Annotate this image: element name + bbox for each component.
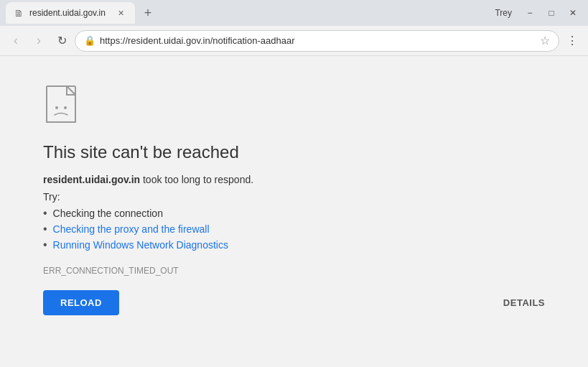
address-bar[interactable]: 🔒 https://resident.uidai.gov.in/notifica…: [75, 30, 559, 52]
try-label: Try:: [43, 191, 545, 203]
bookmark-star-icon[interactable]: ☆: [540, 34, 550, 47]
tab-page-icon: 🗎: [14, 8, 24, 19]
title-bar-left: 🗎 resident.uidai.gov.in ✕ +: [6, 2, 495, 24]
back-button[interactable]: ‹: [6, 31, 26, 51]
error-icon: [43, 85, 86, 128]
back-icon: ‹: [14, 33, 18, 48]
new-tab-button[interactable]: +: [138, 3, 158, 23]
suggestion-1: Checking the connection: [53, 208, 163, 219]
title-bar: 🗎 resident.uidai.gov.in ✕ + Trey − □ ✕: [0, 0, 588, 26]
error-code: ERR_CONNECTION_TIMED_OUT: [43, 266, 545, 276]
reload-button[interactable]: RELOAD: [43, 290, 119, 315]
suggestion-3-link[interactable]: Running Windows Network Diagnostics: [53, 239, 228, 251]
reload-nav-button[interactable]: ↻: [52, 31, 72, 51]
svg-point-2: [64, 106, 67, 109]
suggestion-2-link[interactable]: Checking the proxy and the firewall: [53, 223, 210, 235]
action-row: RELOAD DETAILS: [43, 290, 545, 315]
tab-close-button[interactable]: ✕: [115, 7, 126, 19]
menu-dots-icon: ⋮: [566, 34, 578, 47]
title-bar-right: Trey − □ ✕: [495, 4, 582, 22]
list-item: Checking the connection: [43, 207, 545, 220]
maximize-button[interactable]: □: [542, 4, 561, 22]
nav-bar: ‹ › ↻ 🔒 https://resident.uidai.gov.in/no…: [0, 26, 588, 56]
list-item: Checking the proxy and the firewall: [43, 223, 545, 236]
browser-menu-button[interactable]: ⋮: [562, 31, 582, 51]
user-name: Trey: [495, 8, 512, 18]
domain-name: resident.uidai.gov.in: [43, 174, 140, 185]
browser-tab[interactable]: 🗎 resident.uidai.gov.in ✕: [6, 2, 135, 24]
svg-point-1: [55, 106, 58, 109]
list-item: Running Windows Network Diagnostics: [43, 238, 545, 251]
tab-title: resident.uidai.gov.in: [29, 8, 106, 18]
main-content: This site can't be reached resident.uida…: [0, 56, 588, 367]
url-text: https://resident.uidai.gov.in/notificati…: [100, 35, 536, 46]
details-button[interactable]: DETAILS: [503, 297, 545, 308]
error-description-text: took too long to respond.: [143, 174, 253, 185]
lock-icon: 🔒: [84, 35, 95, 46]
error-description: resident.uidai.gov.in took too long to r…: [43, 174, 545, 185]
close-button[interactable]: ✕: [564, 4, 582, 22]
forward-button[interactable]: ›: [29, 31, 49, 51]
forward-icon: ›: [37, 33, 41, 48]
reload-nav-icon: ↻: [57, 34, 67, 47]
minimize-button[interactable]: −: [521, 4, 539, 22]
error-title: This site can't be reached: [43, 142, 545, 162]
suggestion-list: Checking the connection Checking the pro…: [43, 207, 545, 254]
